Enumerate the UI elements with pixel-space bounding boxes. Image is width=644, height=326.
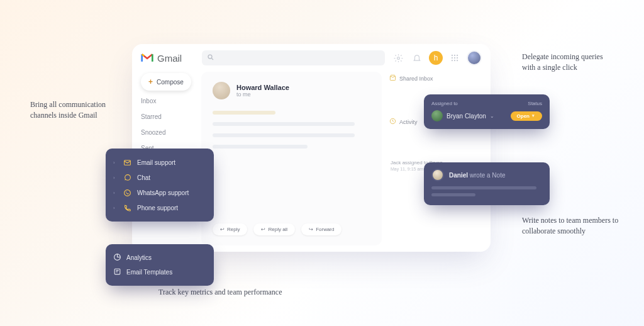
svg-point-14 bbox=[124, 189, 130, 196]
sidebar-item-phone[interactable]: › Phone support bbox=[113, 200, 206, 215]
forward-label: Forward bbox=[316, 227, 334, 232]
note-body bbox=[431, 186, 542, 196]
chat-icon bbox=[122, 172, 132, 183]
chevron-right-icon: › bbox=[113, 160, 117, 166]
svg-point-0 bbox=[208, 55, 212, 59]
svg-point-9 bbox=[452, 60, 453, 61]
user-avatar[interactable] bbox=[467, 50, 482, 65]
mail-icon bbox=[122, 157, 132, 167]
reply-all-icon: ↩ bbox=[261, 227, 265, 232]
placeholder-line bbox=[213, 145, 308, 149]
tool-label: Email Templates bbox=[126, 269, 172, 276]
sidebar-item-whatsapp[interactable]: › WhatsApp support bbox=[113, 185, 206, 200]
channel-label: Chat bbox=[137, 174, 150, 181]
sidebar-item-email-support[interactable]: › Email support bbox=[113, 155, 206, 170]
sidebar-item-snoozed[interactable]: Snoozed bbox=[141, 127, 195, 138]
chevron-right-icon: › bbox=[113, 190, 117, 196]
search-icon bbox=[207, 52, 214, 64]
assignee-name: Bryan Clayton bbox=[447, 113, 486, 120]
message-pane: Howard Wallace to me ↩ Reply ↩ Reply all bbox=[201, 72, 382, 245]
note-verb: wrote a Note bbox=[470, 172, 506, 179]
sidebar-item-analytics[interactable]: Analytics bbox=[113, 250, 206, 265]
settings-icon[interactable] bbox=[391, 51, 405, 65]
note-author-avatar bbox=[431, 169, 444, 181]
sidebar-item-templates[interactable]: Email Templates bbox=[113, 265, 206, 279]
svg-point-11 bbox=[457, 60, 458, 61]
svg-point-6 bbox=[452, 57, 453, 59]
reply-all-button[interactable]: ↩ Reply all bbox=[253, 223, 295, 235]
svg-point-7 bbox=[454, 57, 455, 59]
chevron-down-icon: ⌄ bbox=[490, 113, 494, 119]
analytics-icon bbox=[113, 253, 121, 262]
sender-name: Howard Wallace bbox=[236, 84, 289, 91]
plus-icon: + bbox=[148, 77, 153, 86]
annotation-delegate: Delegate incoming queries with a single … bbox=[522, 52, 616, 74]
svg-point-2 bbox=[397, 57, 399, 59]
apps-grid-icon[interactable] bbox=[448, 51, 462, 65]
annotation-metrics: Track key metrics and team performance bbox=[158, 287, 284, 298]
note-author: Daniel bbox=[449, 172, 468, 179]
tools-card: Analytics Email Templates bbox=[106, 244, 214, 286]
compose-button[interactable]: + Compose bbox=[141, 73, 191, 91]
svg-point-3 bbox=[452, 55, 453, 56]
recipient-line: to me bbox=[236, 91, 289, 98]
search-input[interactable] bbox=[202, 50, 385, 65]
annotation-notes: Write notes to team members to collabora… bbox=[522, 215, 623, 237]
gmail-logo: Gmail bbox=[141, 53, 182, 64]
channels-card: › Email support › Chat › WhatsApp suppor… bbox=[106, 149, 214, 222]
status-dropdown[interactable]: Open bbox=[511, 111, 542, 121]
assignee-avatar bbox=[431, 110, 443, 121]
placeholder-line bbox=[431, 186, 536, 189]
reply-all-label: Reply all bbox=[268, 227, 287, 232]
topbar: Gmail h bbox=[132, 44, 491, 69]
placeholder-line bbox=[213, 133, 355, 137]
gmail-logo-icon bbox=[141, 53, 153, 63]
whatsapp-icon bbox=[122, 188, 132, 198]
sidebar-item-chat[interactable]: › Chat bbox=[113, 170, 206, 185]
channel-label: WhatsApp support bbox=[137, 189, 189, 196]
shared-inbox-card: Assigned to Status Bryan Clayton ⌄ Open bbox=[424, 94, 550, 129]
sidebar-item-starred[interactable]: Starred bbox=[141, 111, 195, 122]
topbar-actions: h bbox=[391, 50, 482, 65]
svg-point-8 bbox=[457, 57, 458, 59]
inbox-icon bbox=[389, 74, 396, 82]
templates-icon bbox=[113, 267, 121, 277]
assignee-dropdown[interactable]: Bryan Clayton ⌄ bbox=[431, 110, 494, 121]
svg-line-1 bbox=[212, 59, 214, 60]
forward-button[interactable]: ↪ Forward bbox=[301, 223, 341, 235]
phone-icon bbox=[122, 203, 132, 213]
channel-label: Phone support bbox=[137, 205, 178, 211]
shared-inbox-label: Shared Inbox bbox=[399, 76, 433, 82]
shared-inbox-title: Shared Inbox bbox=[389, 74, 484, 82]
placeholder-line bbox=[213, 122, 355, 126]
sender-avatar bbox=[213, 82, 230, 99]
message-header: Howard Wallace to me bbox=[213, 82, 370, 99]
placeholder-line bbox=[431, 193, 475, 196]
message-actions: ↩ Reply ↩ Reply all ↪ Forward bbox=[213, 223, 370, 235]
svg-point-4 bbox=[454, 55, 455, 56]
status-value: Open bbox=[517, 113, 530, 119]
activity-note-card: Daniel wrote a Note bbox=[424, 162, 550, 205]
tool-label: Analytics bbox=[126, 254, 152, 261]
reply-label: Reply bbox=[227, 227, 240, 232]
status-label: Status bbox=[528, 101, 542, 106]
forward-icon: ↪ bbox=[309, 227, 313, 232]
bell-icon[interactable] bbox=[410, 51, 424, 65]
chevron-right-icon: › bbox=[113, 205, 117, 211]
helpdesk-badge-icon[interactable]: h bbox=[429, 51, 443, 65]
compose-label: Compose bbox=[157, 79, 184, 86]
svg-point-10 bbox=[454, 60, 455, 61]
reply-icon: ↩ bbox=[220, 227, 225, 232]
activity-icon bbox=[389, 118, 396, 126]
reply-button[interactable]: ↩ Reply bbox=[213, 223, 247, 235]
placeholder-line bbox=[213, 111, 275, 115]
activity-label: Activity bbox=[399, 119, 418, 125]
chevron-right-icon: › bbox=[113, 175, 117, 181]
annotation-channels: Bring all communication channels inside … bbox=[30, 99, 125, 121]
channel-label: Email support bbox=[137, 159, 175, 166]
gmail-logo-text: Gmail bbox=[157, 53, 182, 64]
sidebar-item-inbox[interactable]: Inbox bbox=[141, 96, 195, 106]
message-body bbox=[213, 111, 370, 149]
assigned-to-label: Assigned to bbox=[431, 101, 458, 106]
svg-point-5 bbox=[457, 55, 458, 56]
